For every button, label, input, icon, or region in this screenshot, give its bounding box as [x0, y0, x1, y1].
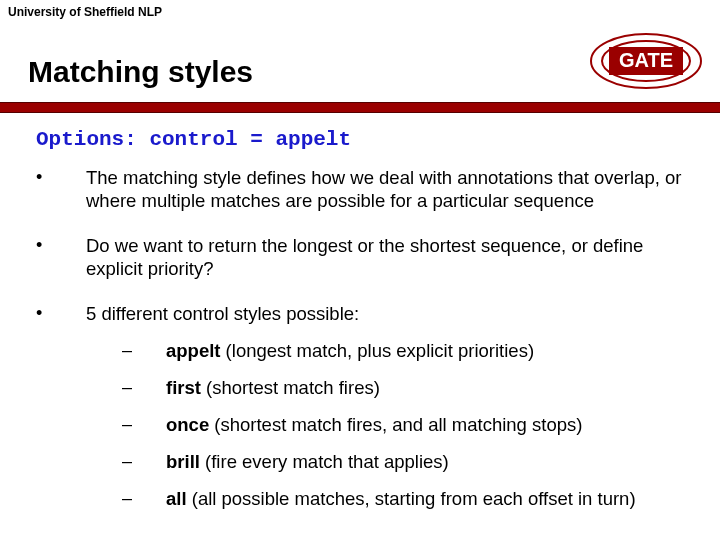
style-name: brill — [166, 451, 200, 472]
bullet-text: The matching style defines how we deal w… — [86, 166, 696, 212]
bullet-marker: • — [36, 234, 86, 280]
content-area: • The matching style defines how we deal… — [36, 166, 696, 510]
style-desc: (all possible matches, starting from eac… — [187, 488, 636, 509]
sub-text: first (shortest match fires) — [166, 376, 696, 399]
sub-text: appelt (longest match, plus explicit pri… — [166, 339, 696, 362]
bullet-item: • The matching style defines how we deal… — [36, 166, 696, 212]
bullet-text: Do we want to return the longest or the … — [86, 234, 696, 280]
dash-marker: – — [122, 339, 166, 362]
sub-list: – appelt (longest match, plus explicit p… — [122, 339, 696, 510]
style-desc: (shortest match fires, and all matching … — [209, 414, 582, 435]
bullet-marker: • — [36, 302, 86, 325]
sub-text: once (shortest match fires, and all matc… — [166, 413, 696, 436]
sub-item: – once (shortest match fires, and all ma… — [122, 413, 696, 436]
sub-item: – first (shortest match fires) — [122, 376, 696, 399]
sub-text: all (all possible matches, starting from… — [166, 487, 696, 510]
bullet-text: 5 different control styles possible: — [86, 302, 696, 325]
dash-marker: – — [122, 450, 166, 473]
slide-title: Matching styles — [28, 55, 253, 89]
dash-marker: – — [122, 376, 166, 399]
divider-bar — [0, 102, 720, 113]
sub-item: – all (all possible matches, starting fr… — [122, 487, 696, 510]
style-name: appelt — [166, 340, 220, 361]
sub-text: brill (fire every match that applies) — [166, 450, 696, 473]
style-desc: (longest match, plus explicit priorities… — [220, 340, 534, 361]
style-name: once — [166, 414, 209, 435]
dash-marker: – — [122, 487, 166, 510]
bullet-item: • 5 different control styles possible: — [36, 302, 696, 325]
slide: University of Sheffield NLP GATE Matchin… — [0, 0, 720, 540]
bullet-item: • Do we want to return the longest or th… — [36, 234, 696, 280]
logo-text: GATE — [619, 49, 673, 71]
sub-item: – brill (fire every match that applies) — [122, 450, 696, 473]
bullet-marker: • — [36, 166, 86, 212]
subtitle-code: Options: control = appelt — [36, 128, 351, 151]
sub-item: – appelt (longest match, plus explicit p… — [122, 339, 696, 362]
affiliation-text: University of Sheffield NLP — [8, 5, 162, 19]
gate-logo: GATE — [590, 33, 702, 93]
style-desc: (shortest match fires) — [201, 377, 380, 398]
style-desc: (fire every match that applies) — [200, 451, 449, 472]
dash-marker: – — [122, 413, 166, 436]
style-name: all — [166, 488, 187, 509]
style-name: first — [166, 377, 201, 398]
